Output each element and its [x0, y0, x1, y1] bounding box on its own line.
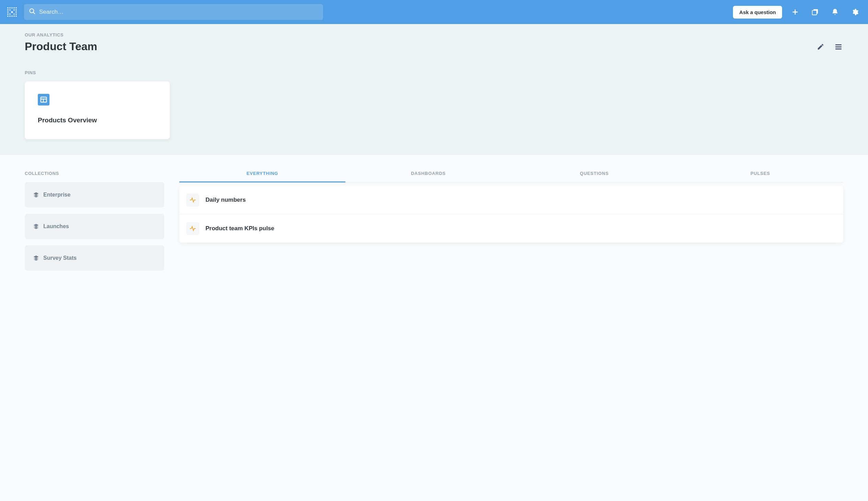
collection-item-launches[interactable]: Launches	[25, 214, 164, 239]
ask-question-button[interactable]: Ask a question	[733, 6, 782, 19]
svg-point-1	[9, 7, 11, 9]
tab-dashboards[interactable]: DASHBOARDS	[345, 171, 511, 182]
settings-icon[interactable]	[848, 5, 862, 19]
list-item[interactable]: Daily numbers	[179, 186, 843, 214]
svg-point-10	[7, 13, 9, 15]
svg-rect-26	[812, 10, 817, 15]
pin-title: Products Overview	[38, 117, 157, 124]
svg-rect-28	[835, 46, 842, 47]
lower-section: COLLECTIONS Enterprise Launches Survey S…	[0, 155, 868, 287]
collection-name: Enterprise	[43, 192, 71, 198]
dashboard-icon	[38, 94, 50, 106]
svg-point-16	[15, 15, 17, 17]
stack-icon	[33, 255, 39, 261]
svg-point-21	[30, 9, 34, 13]
svg-point-13	[9, 15, 11, 17]
pins-label: PINS	[25, 70, 843, 75]
pulse-icon	[186, 222, 199, 235]
svg-point-12	[7, 15, 9, 17]
search-icon	[29, 8, 36, 16]
item-title: Daily numbers	[205, 196, 246, 203]
svg-rect-29	[835, 49, 842, 50]
search-container[interactable]	[24, 4, 323, 20]
svg-point-11	[15, 13, 17, 15]
svg-point-20	[13, 13, 15, 15]
pin-card[interactable]: Products Overview	[25, 82, 170, 139]
svg-point-8	[11, 11, 13, 13]
search-input[interactable]	[39, 9, 318, 15]
svg-point-15	[13, 15, 15, 17]
svg-point-5	[7, 9, 9, 11]
tab-pulses[interactable]: PULSES	[677, 171, 843, 182]
notifications-icon[interactable]	[828, 5, 842, 19]
collections-icon[interactable]	[808, 5, 822, 19]
tab-everything[interactable]: EVERYTHING	[179, 171, 345, 182]
list-item[interactable]: Product team KPIs pulse	[179, 214, 843, 243]
add-button[interactable]	[788, 5, 802, 19]
stack-icon	[33, 192, 39, 198]
collection-name: Survey Stats	[43, 255, 77, 261]
svg-point-7	[7, 11, 9, 13]
pulse-icon	[186, 193, 199, 206]
svg-point-17	[9, 9, 11, 11]
svg-point-6	[15, 9, 17, 11]
app-logo[interactable]	[6, 6, 18, 18]
svg-point-3	[13, 7, 15, 9]
svg-point-9	[15, 11, 17, 13]
tabs: EVERYTHING DASHBOARDS QUESTIONS PULSES	[179, 171, 843, 182]
svg-point-2	[11, 7, 13, 9]
svg-point-4	[15, 7, 17, 9]
collection-item-survey-stats[interactable]: Survey Stats	[25, 245, 164, 271]
items-list: Daily numbers Product team KPIs pulse	[179, 186, 843, 243]
svg-rect-27	[835, 44, 842, 45]
topbar: Ask a question	[0, 0, 868, 24]
breadcrumb[interactable]: OUR ANALYTICS	[25, 32, 843, 38]
page-title: Product Team	[25, 40, 97, 53]
items-column: EVERYTHING DASHBOARDS QUESTIONS PULSES D…	[179, 171, 843, 271]
svg-point-18	[13, 9, 15, 11]
svg-line-22	[33, 12, 35, 14]
svg-point-19	[9, 13, 11, 15]
item-title: Product team KPIs pulse	[205, 225, 274, 232]
collections-label: COLLECTIONS	[25, 171, 164, 176]
collections-sidebar: COLLECTIONS Enterprise Launches Survey S…	[25, 171, 164, 271]
collection-name: Launches	[43, 223, 69, 230]
tab-questions[interactable]: QUESTIONS	[511, 171, 677, 182]
collection-item-enterprise[interactable]: Enterprise	[25, 182, 164, 207]
upper-section: OUR ANALYTICS Product Team PINS Products…	[0, 24, 868, 155]
edit-button[interactable]	[816, 42, 825, 52]
svg-point-0	[7, 7, 9, 9]
stack-icon	[33, 223, 39, 230]
menu-button[interactable]	[834, 42, 843, 52]
svg-point-14	[11, 15, 13, 17]
